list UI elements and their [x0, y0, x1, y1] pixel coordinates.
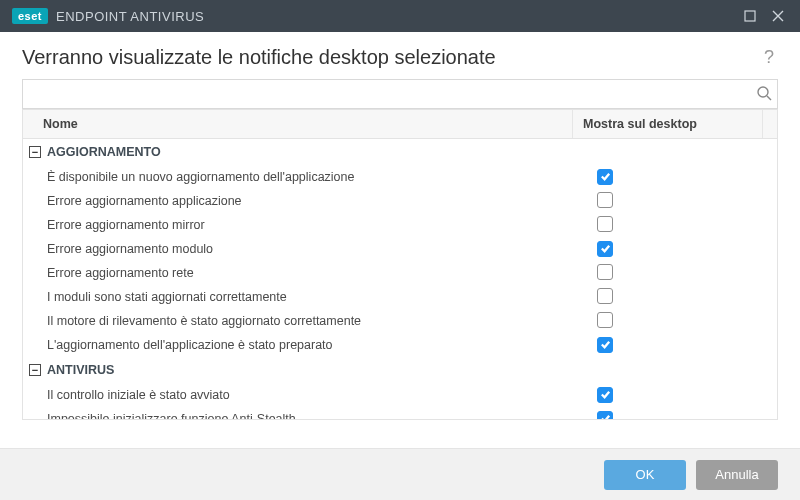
- ok-button[interactable]: OK: [604, 460, 686, 490]
- show-on-desktop-checkbox[interactable]: [597, 264, 613, 280]
- square-icon: [744, 10, 756, 22]
- window-close-button[interactable]: [764, 2, 792, 30]
- row-label: Il controllo iniziale è stato avviato: [23, 388, 587, 402]
- show-on-desktop-checkbox[interactable]: [597, 169, 613, 185]
- table-header: Nome Mostra sul desktop: [23, 109, 777, 139]
- table-row: È disponibile un nuovo aggiornamento del…: [23, 165, 777, 189]
- row-checkbox-cell: [587, 411, 777, 419]
- show-on-desktop-checkbox[interactable]: [597, 288, 613, 304]
- titlebar: eset ENDPOINT ANTIVIRUS: [0, 0, 800, 32]
- brand-logo: eset: [12, 8, 48, 24]
- svg-rect-0: [745, 11, 755, 21]
- row-label: Errore aggiornamento applicazione: [23, 194, 587, 208]
- row-label: L'aggiornamento dell'applicazione è stat…: [23, 338, 587, 352]
- row-label: I moduli sono stati aggiornati correttam…: [23, 290, 587, 304]
- group-row[interactable]: −ANTIVIRUS: [23, 357, 777, 383]
- row-checkbox-cell: [587, 312, 777, 331]
- row-checkbox-cell: [587, 216, 777, 235]
- dialog-header: Verranno visualizzate le notifiche deskt…: [0, 32, 800, 79]
- row-checkbox-cell: [587, 288, 777, 307]
- group-label: ANTIVIRUS: [47, 363, 114, 377]
- show-on-desktop-checkbox[interactable]: [597, 411, 613, 419]
- table-row: Errore aggiornamento rete: [23, 261, 777, 285]
- row-label: Il motore di rilevamento è stato aggiorn…: [23, 314, 587, 328]
- row-checkbox-cell: [587, 241, 777, 258]
- row-checkbox-cell: [587, 169, 777, 186]
- show-on-desktop-checkbox[interactable]: [597, 387, 613, 403]
- table-row: Il motore di rilevamento è stato aggiorn…: [23, 309, 777, 333]
- show-on-desktop-checkbox[interactable]: [597, 312, 613, 328]
- row-checkbox-cell: [587, 192, 777, 211]
- show-on-desktop-checkbox[interactable]: [597, 192, 613, 208]
- page-title: Verranno visualizzate le notifiche deskt…: [22, 46, 760, 69]
- row-label: Errore aggiornamento rete: [23, 266, 587, 280]
- svg-point-1: [758, 87, 768, 97]
- row-label: È disponibile un nuovo aggiornamento del…: [23, 170, 587, 184]
- column-show[interactable]: Mostra sul desktop: [573, 110, 763, 138]
- table-row: Errore aggiornamento mirror: [23, 213, 777, 237]
- row-label: Errore aggiornamento mirror: [23, 218, 587, 232]
- search-icon[interactable]: [756, 85, 772, 104]
- show-on-desktop-checkbox[interactable]: [597, 241, 613, 257]
- row-checkbox-cell: [587, 337, 777, 354]
- row-checkbox-cell: [587, 264, 777, 283]
- notifications-table: Nome Mostra sul desktop −AGGIORNAMENTOÈ …: [22, 109, 778, 420]
- search-input[interactable]: [22, 79, 778, 109]
- show-on-desktop-checkbox[interactable]: [597, 216, 613, 232]
- group-row[interactable]: −AGGIORNAMENTO: [23, 139, 777, 165]
- column-name[interactable]: Nome: [23, 110, 573, 138]
- collapse-icon[interactable]: −: [29, 364, 41, 376]
- table-row: Il controllo iniziale è stato avviato: [23, 383, 777, 407]
- table-row: L'aggiornamento dell'applicazione è stat…: [23, 333, 777, 357]
- show-on-desktop-checkbox[interactable]: [597, 337, 613, 353]
- row-label: Errore aggiornamento modulo: [23, 242, 587, 256]
- table-row: I moduli sono stati aggiornati correttam…: [23, 285, 777, 309]
- dialog-footer: OK Annulla: [0, 448, 800, 500]
- cancel-button[interactable]: Annulla: [696, 460, 778, 490]
- help-button[interactable]: ?: [760, 47, 778, 68]
- table-row: Errore aggiornamento applicazione: [23, 189, 777, 213]
- group-label: AGGIORNAMENTO: [47, 145, 161, 159]
- collapse-icon[interactable]: −: [29, 146, 41, 158]
- row-label: Impossibile inizializzare funzione Anti-…: [23, 412, 587, 419]
- row-checkbox-cell: [587, 387, 777, 404]
- close-icon: [772, 10, 784, 22]
- table-row: Errore aggiornamento modulo: [23, 237, 777, 261]
- window-maximize-button[interactable]: [736, 2, 764, 30]
- table-row: Impossibile inizializzare funzione Anti-…: [23, 407, 777, 419]
- table-body[interactable]: −AGGIORNAMENTOÈ disponibile un nuovo agg…: [23, 139, 777, 419]
- search-row: [22, 79, 778, 109]
- app-name: ENDPOINT ANTIVIRUS: [56, 9, 204, 24]
